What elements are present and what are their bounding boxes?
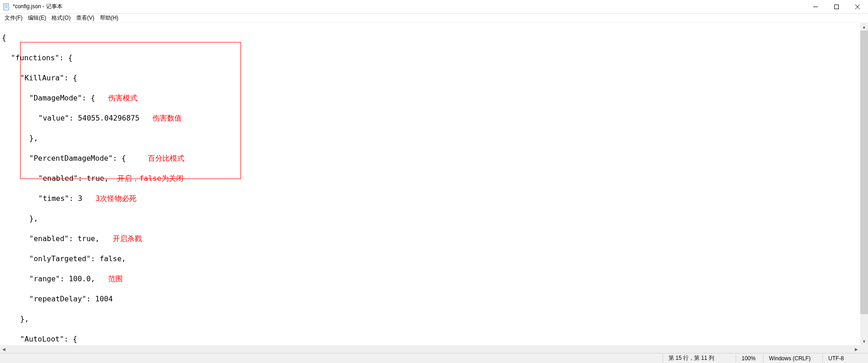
code-text: "repeatDelay": 1004 bbox=[2, 294, 113, 304]
scroll-left-icon[interactable]: ◀ bbox=[0, 345, 8, 353]
code-text: }, bbox=[2, 133, 38, 143]
menu-help[interactable]: 帮助(H) bbox=[97, 14, 121, 22]
code-text: { bbox=[2, 33, 6, 42]
annotation: 范围 bbox=[108, 274, 123, 283]
code-text: "PercentDamageMode": { bbox=[2, 153, 126, 163]
text-editor[interactable]: { "functions": { "KillAura": { "DamageMo… bbox=[0, 23, 860, 345]
annotation: 3次怪物必死 bbox=[95, 194, 136, 203]
code-text: "DamageMode": { bbox=[2, 93, 95, 103]
minimize-button[interactable] bbox=[805, 0, 826, 14]
annotation: 开启杀戮 bbox=[113, 234, 142, 243]
code-text: }, bbox=[2, 214, 38, 224]
code-text: "range": 100.0, bbox=[2, 274, 95, 284]
code-text: "onlyTargeted": false, bbox=[2, 254, 126, 264]
annotation: 百分比模式 bbox=[148, 154, 184, 163]
annotation: 伤害数值 bbox=[152, 114, 182, 122]
code-text: }, bbox=[2, 314, 29, 324]
menu-file[interactable]: 文件(F) bbox=[2, 14, 25, 22]
status-eol: Windows (CRLF) bbox=[763, 353, 822, 363]
scroll-up-icon[interactable]: ▲ bbox=[860, 23, 868, 31]
status-zoom: 100% bbox=[736, 353, 763, 363]
status-bar: 第 15 行，第 11 列 100% Windows (CRLF) UTF-8 bbox=[0, 353, 868, 363]
scroll-right-icon[interactable]: ▶ bbox=[852, 345, 860, 353]
notepad-icon bbox=[3, 3, 10, 11]
svg-rect-5 bbox=[835, 5, 839, 9]
code-text: "times": 3 bbox=[2, 194, 82, 204]
menu-bar: 文件(F) 编辑(E) 格式(O) 查看(V) 帮助(H) bbox=[0, 14, 868, 23]
code-text: "value": 54055.04296875 bbox=[2, 113, 140, 123]
menu-view[interactable]: 查看(V) bbox=[73, 14, 97, 22]
close-button[interactable] bbox=[847, 0, 868, 14]
code-text: "enabled": true, bbox=[2, 174, 109, 184]
status-position: 第 15 行，第 11 列 bbox=[663, 353, 736, 363]
code-text: "enabled": true, bbox=[2, 234, 99, 244]
horizontal-scrollbar[interactable]: ◀ ▶ bbox=[0, 345, 860, 353]
code-text: "functions": { bbox=[2, 53, 73, 63]
annotation: 伤害模式 bbox=[108, 94, 137, 102]
code-text: "AutoLoot": { bbox=[2, 334, 77, 344]
scrollbar-thumb[interactable] bbox=[860, 31, 868, 314]
annotation: 开启，false为关闭 bbox=[117, 174, 183, 183]
status-encoding: UTF-8 bbox=[822, 353, 868, 363]
title-bar: *config.json - 记事本 bbox=[0, 0, 868, 14]
maximize-button[interactable] bbox=[826, 0, 847, 14]
menu-edit[interactable]: 编辑(E) bbox=[25, 14, 49, 22]
scroll-down-icon[interactable]: ▼ bbox=[860, 337, 868, 345]
svg-rect-0 bbox=[4, 4, 9, 10]
menu-format[interactable]: 格式(O) bbox=[49, 14, 73, 22]
code-text: "KillAura": { bbox=[2, 73, 77, 83]
vertical-scrollbar[interactable]: ▲ ▼ bbox=[860, 23, 868, 345]
scrollbar-corner bbox=[860, 345, 868, 353]
window-title: *config.json - 记事本 bbox=[13, 3, 63, 11]
